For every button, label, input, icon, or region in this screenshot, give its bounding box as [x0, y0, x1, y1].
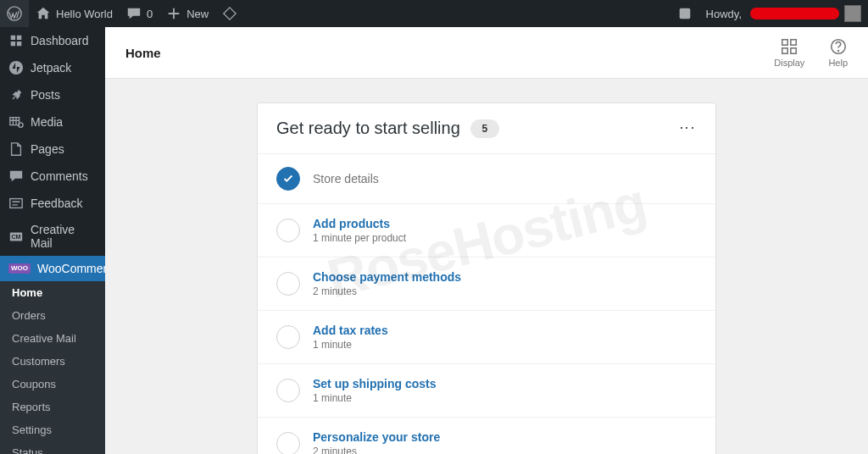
sidebar-item-feedback[interactable]: Feedback	[0, 190, 105, 217]
setup-tasks-card: Get ready to start selling 5 ⋮ Store det…	[257, 102, 716, 454]
task-title: Store details	[313, 172, 379, 185]
task-add-tax-rates[interactable]: Add tax rates1 minute	[258, 311, 715, 364]
sidebar-label: Posts	[31, 88, 60, 102]
svg-rect-1	[679, 8, 690, 19]
sidebar-item-jetpack[interactable]: Jetpack	[0, 54, 105, 81]
submenu-item-status[interactable]: Status	[0, 441, 105, 454]
username-redacted	[750, 8, 839, 19]
account-menu[interactable]: Howdy,	[699, 0, 868, 27]
submenu-item-home[interactable]: Home	[0, 281, 105, 304]
task-title: Set up shipping costs	[313, 377, 436, 390]
task-add-products[interactable]: Add products1 minute per product	[258, 204, 715, 257]
wordpress-icon	[7, 6, 22, 21]
page-icon	[8, 141, 24, 157]
card-title: Get ready to start selling	[276, 119, 460, 138]
sidebar-label: Pages	[31, 142, 64, 156]
sidebar-label: Jetpack	[31, 61, 71, 75]
card-menu-button[interactable]: ⋮	[678, 120, 697, 136]
remaining-badge: 5	[470, 119, 499, 138]
svg-text:CM: CM	[11, 233, 20, 241]
comment-icon	[126, 6, 142, 21]
help-icon	[829, 37, 848, 56]
diamond-icon	[222, 6, 237, 21]
task-subtitle: 1 minute	[313, 392, 436, 404]
grid-icon	[780, 37, 798, 56]
task-store-details[interactable]: Store details	[258, 154, 715, 204]
sidebar-item-media[interactable]: Media	[0, 108, 105, 136]
task-title: Personalize your store	[313, 430, 440, 444]
svg-point-2	[9, 61, 23, 75]
status-circle	[276, 379, 300, 402]
task-title: Add tax rates	[313, 324, 388, 337]
new-content-link[interactable]: New	[159, 0, 215, 27]
jetpack-icon	[8, 60, 24, 75]
svg-point-12	[837, 51, 838, 52]
wp-logo[interactable]	[0, 0, 29, 27]
sidebar-label: Comments	[31, 169, 88, 183]
submenu-item-coupons[interactable]: Coupons	[0, 373, 105, 396]
check-icon	[276, 167, 300, 191]
task-subtitle: 1 minute per product	[313, 232, 406, 244]
dashboard-icon	[8, 33, 24, 48]
bell-icon	[677, 6, 693, 21]
sidebar-label: Dashboard	[31, 34, 89, 47]
sidebar-label: Media	[31, 115, 63, 129]
submenu-item-reports[interactable]: Reports	[0, 396, 105, 418]
task-subtitle: 2 minutes	[313, 285, 461, 297]
sidebar-label: WooCommerce	[37, 262, 105, 275]
site-title: Hello World	[56, 8, 113, 20]
site-home-link[interactable]: Hello World	[29, 0, 120, 27]
cm-icon: CM	[8, 229, 24, 244]
svg-rect-10	[791, 48, 796, 53]
status-circle	[276, 219, 300, 242]
sidebar-label: Creative Mail	[31, 223, 97, 250]
comment-count: 0	[147, 8, 153, 20]
status-circle	[276, 432, 300, 454]
sidebar-label: Feedback	[31, 197, 82, 210]
yoast-link[interactable]	[215, 0, 244, 27]
status-circle	[276, 325, 300, 349]
help-label: Help	[828, 58, 848, 68]
comment-icon	[8, 169, 24, 184]
task-subtitle: 1 minute	[313, 339, 388, 351]
sidebar-item-pages[interactable]: Pages	[0, 136, 105, 163]
woo-icon: WOO	[8, 263, 31, 274]
display-label: Display	[774, 58, 804, 68]
feedback-icon	[8, 196, 24, 211]
sidebar-item-posts[interactable]: Posts	[0, 81, 105, 108]
submenu-item-orders[interactable]: Orders	[0, 304, 105, 327]
task-personalize-your-store[interactable]: Personalize your store2 minutes	[258, 418, 715, 454]
help-button[interactable]: Help	[828, 37, 848, 68]
status-circle	[276, 272, 300, 296]
svg-rect-8	[791, 40, 796, 45]
sidebar-item-woocommerce[interactable]: WOO WooCommerce	[0, 256, 105, 281]
task-choose-payment-methods[interactable]: Choose payment methods2 minutes	[258, 257, 715, 311]
notifications[interactable]	[670, 0, 699, 27]
task-set-up-shipping-costs[interactable]: Set up shipping costs1 minute	[258, 364, 715, 418]
submenu-item-creative-mail[interactable]: Creative Mail	[0, 327, 105, 350]
submenu-item-settings[interactable]: Settings	[0, 418, 105, 441]
sidebar-item-creative-mail[interactable]: CMCreative Mail	[0, 217, 105, 256]
svg-rect-9	[782, 48, 787, 53]
home-icon	[36, 6, 51, 21]
svg-rect-7	[782, 40, 787, 45]
svg-rect-4	[10, 199, 22, 208]
media-icon	[8, 114, 24, 130]
sidebar-item-dashboard[interactable]: Dashboard	[0, 27, 105, 54]
avatar	[844, 5, 861, 22]
task-title: Choose payment methods	[313, 270, 461, 284]
new-label: New	[186, 8, 209, 20]
task-title: Add products	[313, 217, 406, 230]
sidebar-item-comments[interactable]: Comments	[0, 163, 105, 190]
submenu-item-customers[interactable]: Customers	[0, 350, 105, 373]
plus-icon	[166, 6, 181, 21]
howdy-text: Howdy,	[706, 8, 742, 20]
display-options-button[interactable]: Display	[774, 37, 804, 68]
comments-link[interactable]: 0	[120, 0, 159, 27]
page-header: Home Display Help	[105, 27, 868, 79]
pin-icon	[8, 87, 24, 102]
page-title: Home	[125, 46, 161, 60]
task-subtitle: 2 minutes	[313, 446, 440, 454]
